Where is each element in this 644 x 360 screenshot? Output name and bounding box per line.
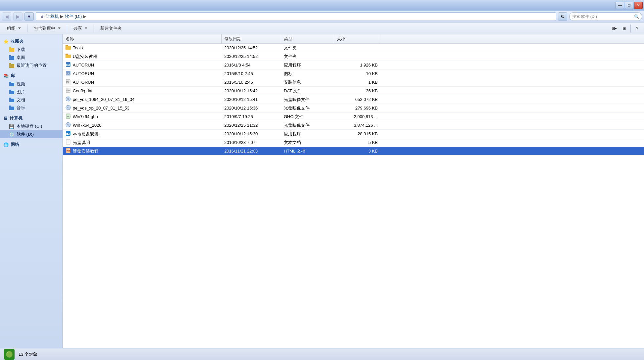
maximize-button[interactable]: □	[625, 2, 633, 9]
svg-rect-8	[9, 91, 14, 94]
computer-header[interactable]: 🖥 计算机	[0, 114, 63, 122]
file-size: 2,900,813 ...	[334, 112, 380, 121]
file-type: 光盘映像文件	[281, 121, 334, 130]
table-row[interactable]: INF AUTORUN 2015/5/10 2:45 安装信息 1 KB	[63, 78, 644, 87]
computer-icon: 🖥	[3, 116, 8, 121]
search-bar[interactable]: 🔍	[569, 12, 642, 21]
refresh-button[interactable]: ↻	[558, 12, 567, 21]
sidebar-item-music[interactable]: 音乐	[0, 104, 63, 112]
file-icon: INF	[65, 79, 71, 85]
dropdown-button[interactable]: ▼	[24, 12, 34, 21]
search-input[interactable]	[572, 14, 633, 19]
library-chevron	[58, 27, 61, 29]
table-row[interactable]: HTML 硬盘安装教程 2016/11/21 22:03 HTML 文档 3 K…	[63, 147, 644, 156]
file-name: GHO Win7x64.gho	[63, 112, 222, 121]
file-icon: DAT	[65, 88, 71, 94]
col-header-size[interactable]: 大小	[334, 34, 380, 44]
folder-video-icon	[9, 81, 15, 87]
sidebar-item-download[interactable]: 下载	[0, 46, 63, 54]
status-app-icon: 🟢	[4, 349, 15, 360]
file-date: 2020/10/12 15:41	[222, 95, 281, 104]
file-type: 应用程序	[281, 130, 334, 138]
toolbar-separator-1	[27, 24, 27, 32]
file-size: 1 KB	[334, 78, 380, 87]
table-row[interactable]: U盘安装教程 2020/12/25 14:52 文件夹	[63, 52, 644, 61]
file-name: INF AUTORUN	[63, 78, 222, 87]
table-row[interactable]: pe_yqs_1064_20_07_31_16_04 2020/10/12 15…	[63, 95, 644, 104]
sidebar-item-drive-c[interactable]: 💾 本地磁盘 (C:)	[0, 122, 63, 130]
col-header-name[interactable]: 名称	[63, 34, 222, 44]
col-header-modified[interactable]: 修改日期	[222, 34, 281, 44]
sidebar-item-image[interactable]: 图片	[0, 88, 63, 96]
content-area: 名称 修改日期 类型 大小 Tools 2020/12/25 14:52 文件夹…	[63, 34, 644, 348]
folder-desktop-icon	[9, 55, 15, 61]
table-row[interactable]: 光盘说明 2016/10/23 7:07 文本文档 5 KB	[63, 138, 644, 147]
table-row[interactable]: EX 本地硬盘安装 2020/10/12 15:30 应用程序 28,315 K…	[63, 130, 644, 138]
library-header[interactable]: 📚 库	[0, 71, 63, 80]
folder-docs-icon	[9, 97, 15, 103]
svg-rect-10	[9, 99, 14, 102]
svg-text:ICO: ICO	[66, 72, 70, 75]
svg-rect-1	[9, 47, 11, 49]
sidebar-item-docs[interactable]: 文档	[0, 96, 63, 104]
svg-rect-0	[9, 48, 14, 52]
file-name: U盘安装教程	[63, 52, 222, 61]
svg-rect-3	[9, 55, 11, 57]
file-list: Tools 2020/12/25 14:52 文件夹 U盘安装教程 2020/1…	[63, 44, 644, 156]
status-bar: 🟢 13 个对象	[0, 348, 644, 360]
share-button[interactable]: 共享	[69, 24, 92, 33]
col-header-type[interactable]: 类型	[281, 34, 334, 44]
network-icon: 🌐	[3, 142, 9, 147]
sidebar-item-recent[interactable]: 最近访问的位置	[0, 62, 63, 69]
file-icon: GHO	[65, 113, 71, 120]
favorites-header[interactable]: ⭐ 收藏夹	[0, 37, 63, 46]
forward-button[interactable]: ▶	[13, 12, 22, 21]
svg-text:EX: EX	[66, 132, 70, 135]
toolbar-separator-4	[630, 24, 631, 32]
file-date: 2015/5/10 2:45	[222, 69, 281, 78]
svg-rect-15	[65, 45, 68, 46]
table-row[interactable]: DAT Config.dat 2020/10/12 15:42 DAT 文件 3…	[63, 87, 644, 95]
network-header[interactable]: 🌐 网络	[0, 140, 63, 149]
organize-button[interactable]: 组织	[3, 24, 25, 33]
file-type: HTML 文档	[281, 147, 334, 156]
svg-rect-13	[9, 106, 11, 107]
file-type: 文件夹	[281, 44, 334, 52]
view-toggle-button[interactable]: ⊟▾	[610, 24, 619, 32]
sidebar-item-desktop[interactable]: 桌面	[0, 54, 63, 62]
table-row[interactable]: Win7x64_2020 2020/12/25 11:32 光盘映像文件 3,8…	[63, 121, 644, 130]
minimize-button[interactable]: —	[616, 2, 624, 9]
organize-chevron	[18, 27, 21, 29]
computer-section: 🖥 计算机 💾 本地磁盘 (C:) 💿 软件 (D:)	[0, 114, 63, 138]
svg-rect-12	[9, 107, 14, 110]
sidebar-item-drive-d[interactable]: 💿 软件 (D:)	[0, 130, 63, 138]
svg-rect-4	[9, 64, 14, 68]
svg-text:INF: INF	[66, 81, 70, 83]
table-row[interactable]: EX AUTORUN 2016/1/8 4:54 应用程序 1,926 KB	[63, 61, 644, 69]
back-button[interactable]: ◀	[2, 12, 11, 21]
table-row[interactable]: Tools 2020/12/25 14:52 文件夹	[63, 44, 644, 52]
breadcrumb-computer[interactable]: 计算机	[46, 14, 59, 20]
new-folder-button[interactable]: 新建文件夹	[96, 24, 126, 33]
drive-d-icon: 💿	[9, 131, 15, 137]
table-row[interactable]: pe_yqs_xp_20_07_31_15_53 2020/10/12 15:3…	[63, 104, 644, 112]
file-size: 36 KB	[334, 87, 380, 95]
file-name: HTML 硬盘安装教程	[63, 147, 222, 156]
table-row[interactable]: ICO AUTORUN 2015/5/10 2:45 图标 10 KB	[63, 69, 644, 78]
breadcrumb: 🖥 计算机 ▶ 软件 (D:) ▶	[36, 12, 556, 21]
file-size: 3 KB	[334, 147, 380, 156]
svg-rect-11	[9, 98, 11, 99]
svg-text:GHO: GHO	[66, 115, 70, 117]
svg-point-33	[67, 124, 69, 125]
add-to-library-button[interactable]: 包含到库中	[29, 24, 65, 33]
help-button[interactable]: ?	[633, 24, 641, 32]
layout-button[interactable]: ⊞	[620, 24, 628, 32]
close-button[interactable]: ✕	[634, 2, 643, 9]
sidebar-item-video[interactable]: 视频	[0, 80, 63, 88]
file-icon	[65, 54, 71, 59]
toolbar-separator-3	[94, 24, 94, 32]
file-size	[334, 44, 380, 52]
table-row[interactable]: GHO Win7x64.gho 2019/9/7 19:25 GHO 文件 2,…	[63, 112, 644, 121]
file-icon: EX	[65, 131, 71, 137]
breadcrumb-drive[interactable]: 软件 (D:)	[65, 14, 82, 20]
